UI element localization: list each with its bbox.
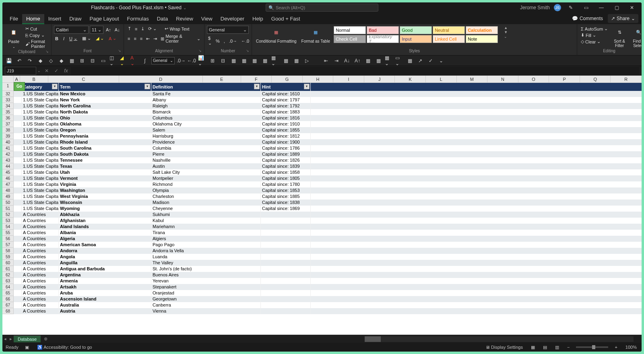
row-header[interactable]: 40 bbox=[2, 139, 14, 145]
wrap-text-button[interactable]: ↩ Wrap Text bbox=[163, 26, 190, 32]
cell[interactable] bbox=[14, 206, 22, 212]
name-box[interactable]: J19 bbox=[5, 67, 36, 75]
table-row[interactable]: A CountriesAlbaniaTirana bbox=[14, 230, 642, 236]
qat-icon[interactable]: ▦ bbox=[240, 57, 248, 65]
cell[interactable] bbox=[14, 230, 22, 236]
table-row[interactable]: 1.US State CapitalsVermontMontpelierCapi… bbox=[14, 175, 642, 181]
cell[interactable] bbox=[261, 272, 311, 278]
cell[interactable] bbox=[14, 224, 22, 230]
qat-icon[interactable]: 📊 ⌄ bbox=[198, 57, 206, 65]
qat-icon[interactable]: ⊟ bbox=[219, 57, 227, 65]
qat-icon[interactable]: ◇ bbox=[47, 57, 55, 65]
cell[interactable]: 1.US State Capitals bbox=[22, 200, 59, 206]
cell[interactable]: Capital since: 1853 bbox=[261, 187, 311, 193]
cell[interactable] bbox=[14, 151, 22, 157]
macro-record-icon[interactable]: ▣ bbox=[23, 345, 31, 350]
cell-style-linked-cell[interactable]: Linked Cell bbox=[433, 35, 465, 43]
cell[interactable]: Santa Fe bbox=[151, 91, 261, 97]
cell[interactable]: St. John's (de facto) bbox=[151, 266, 261, 272]
borders-button[interactable]: ▦ ⌄ bbox=[81, 35, 92, 41]
table-row[interactable]: A CountriesAfghanistanKabul bbox=[14, 218, 642, 224]
cell[interactable] bbox=[261, 224, 311, 230]
cell[interactable] bbox=[14, 284, 22, 290]
cell[interactable]: 1.US State Capitals bbox=[22, 97, 59, 103]
cell[interactable] bbox=[261, 236, 311, 242]
cell[interactable]: Capital since: 1610 bbox=[261, 91, 311, 97]
cell[interactable] bbox=[14, 115, 22, 121]
qat-icon[interactable]: ▦ bbox=[229, 57, 237, 65]
cell[interactable]: New York bbox=[59, 97, 151, 103]
increase-font-icon[interactable]: A↑ bbox=[105, 26, 112, 34]
cell[interactable]: 1.US State Capitals bbox=[22, 91, 59, 97]
minimize-icon[interactable]: — bbox=[596, 5, 607, 10]
cell[interactable]: Texas bbox=[59, 163, 151, 169]
row-header[interactable]: 49 bbox=[2, 193, 14, 200]
qat-icon[interactable]: ▦ bbox=[68, 57, 76, 65]
spreadsheet-grid[interactable]: ABCDEFGHIJKLMNOPQR 132333435363738394041… bbox=[2, 76, 642, 335]
sheet-nav-prev-icon[interactable]: ◂ bbox=[2, 336, 8, 342]
sheet-tab-database[interactable]: Database bbox=[14, 335, 41, 342]
format-as-table-button[interactable]: ▦Format as Table bbox=[300, 26, 332, 44]
cell[interactable] bbox=[14, 175, 22, 181]
column-header[interactable]: I bbox=[333, 76, 364, 83]
cell[interactable] bbox=[14, 212, 22, 218]
cell[interactable]: A Countries bbox=[22, 224, 59, 230]
cell[interactable]: Wyoming bbox=[59, 206, 151, 212]
row-header[interactable]: 44 bbox=[2, 163, 14, 169]
cell[interactable]: Providence bbox=[151, 139, 261, 145]
cell[interactable] bbox=[261, 248, 311, 254]
dialog-launcher-icon[interactable]: ↘ bbox=[45, 49, 49, 54]
qat-icon[interactable]: ▦ bbox=[282, 57, 290, 65]
cell-style-good[interactable]: Good bbox=[400, 26, 432, 34]
cell[interactable] bbox=[261, 260, 311, 266]
cell-style-check-cell[interactable]: Check Cell bbox=[334, 35, 366, 43]
qat-icon[interactable]: ↗ bbox=[416, 57, 424, 65]
qat-icon[interactable]: ◆ bbox=[57, 57, 65, 65]
cell[interactable]: Harrisburg bbox=[151, 133, 261, 139]
cell[interactable]: Montpelier bbox=[151, 175, 261, 181]
maximize-icon[interactable]: ▢ bbox=[611, 5, 622, 10]
zoom-out-icon[interactable]: − bbox=[566, 345, 571, 350]
cell[interactable]: Capital since: 1885 bbox=[261, 193, 311, 200]
cell-style-note[interactable]: Note bbox=[466, 35, 498, 43]
row-header[interactable]: 60 bbox=[2, 260, 14, 266]
qat-icon[interactable]: A↓ bbox=[343, 57, 351, 65]
row-header[interactable]: 45 bbox=[2, 169, 14, 175]
cell[interactable]: Canberra bbox=[151, 302, 261, 308]
qat-icon[interactable]: ◫ ⌄ bbox=[109, 57, 118, 65]
menu-tab-view[interactable]: View bbox=[197, 14, 217, 23]
italic-button[interactable]: I bbox=[62, 35, 66, 41]
cell[interactable]: Capital since: 1855 bbox=[261, 127, 311, 133]
cell[interactable]: 1.US State Capitals bbox=[22, 206, 59, 212]
chevron-down-icon[interactable]: ⌄ bbox=[36, 69, 42, 73]
cell[interactable]: Austria bbox=[59, 308, 151, 314]
row-header[interactable]: 58 bbox=[2, 248, 14, 254]
scroll-down-icon[interactable]: ▼ bbox=[504, 30, 508, 34]
cell[interactable]: Utah bbox=[59, 169, 151, 175]
cell[interactable]: Capital since: 1780 bbox=[261, 181, 311, 187]
cut-button[interactable]: ✂ Cut bbox=[24, 26, 49, 32]
table-row[interactable]: A CountriesAustriaVienna bbox=[14, 308, 642, 314]
row-header[interactable]: 32 bbox=[2, 91, 14, 97]
cell[interactable]: Capital since: 1910 bbox=[261, 121, 311, 127]
cell[interactable]: Andorra la Vella bbox=[151, 248, 261, 254]
cell-styles-gallery[interactable]: NormalBadGoodNeutralCalculationCheck Cel… bbox=[333, 26, 502, 43]
cell[interactable] bbox=[14, 260, 22, 266]
close-icon[interactable]: ✕ bbox=[626, 5, 638, 10]
cancel-formula-icon[interactable]: ✕ bbox=[42, 68, 52, 74]
table-row[interactable]: A CountriesArtsakhStepanakert bbox=[14, 284, 642, 290]
cell[interactable]: Vienna bbox=[151, 308, 261, 314]
cell[interactable]: A Countries bbox=[22, 248, 59, 254]
align-bottom-icon[interactable]: ⤓ bbox=[140, 26, 146, 32]
cell[interactable]: Pennsylvania bbox=[59, 133, 151, 139]
cell[interactable] bbox=[14, 109, 22, 115]
cell[interactable] bbox=[14, 200, 22, 206]
menu-tab-home[interactable]: Home bbox=[22, 14, 44, 24]
cell[interactable] bbox=[14, 266, 22, 272]
row-header[interactable]: 41 bbox=[2, 145, 14, 151]
row-header[interactable]: 64 bbox=[2, 284, 14, 290]
horizontal-scrollbar[interactable] bbox=[365, 336, 634, 342]
zoom-level[interactable]: 100% bbox=[624, 345, 638, 350]
row-header[interactable]: 48 bbox=[2, 187, 14, 193]
qat-icon[interactable]: ⊞ bbox=[208, 57, 217, 65]
